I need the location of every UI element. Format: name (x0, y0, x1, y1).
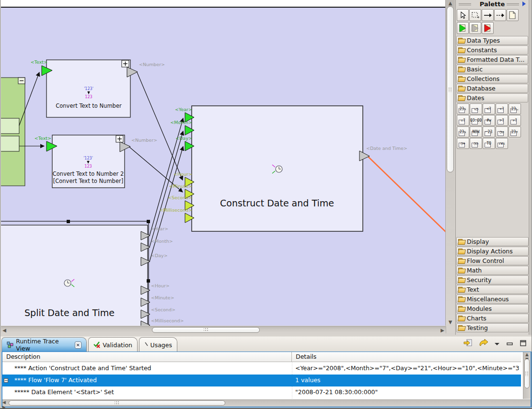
output-port[interactable] (120, 142, 130, 152)
dates-palette-icon[interactable]: ◷+ (457, 138, 469, 149)
tab-validation[interactable]: Validation (88, 337, 138, 352)
minimize-view-button[interactable] (507, 339, 513, 347)
palette-category-flow-control[interactable]: Flow Control (456, 256, 529, 265)
dates-palette-icon[interactable]: NOW (470, 126, 482, 137)
dates-palette-icon[interactable]: ◷◷ (470, 138, 482, 149)
dates-palette-icon[interactable]: 23↓ (457, 103, 469, 114)
palette-category-text[interactable]: Text (456, 285, 529, 294)
dates-palette-icon[interactable]: ↓w↓ (496, 138, 508, 149)
connection-line[interactable] (137, 72, 183, 180)
run-button[interactable] (457, 22, 469, 34)
tab-runtime-trace-view[interactable]: Runtime Trace View ✕ (1, 337, 87, 352)
flow-connection-line[interactable] (368, 157, 445, 234)
palette-category-display-actions[interactable]: Display Actions (456, 247, 529, 256)
dates-palette-icon[interactable]: ⌐23 (483, 126, 495, 137)
block-split-date-and-time[interactable]: <Year> <Month> <Day> <Hour> <Minute> <Se… (1, 220, 184, 326)
collapse-button[interactable] (18, 78, 25, 84)
block-convert-text-to-number[interactable]: <Text> <Number> '123' 123 Convert Text t… (31, 59, 165, 117)
palette-category-testing[interactable]: Testing (456, 323, 529, 332)
connection-tool-button[interactable] (482, 9, 494, 21)
step-button[interactable] (469, 22, 481, 34)
column-resize-handle[interactable] (291, 352, 292, 362)
block-construct-date-and-time[interactable]: <Year> <Month> <Day> <Hour> <Minute> <Se… (159, 106, 407, 231)
data-element-box[interactable] (1, 136, 19, 151)
palette-collapse-icon[interactable] (522, 1, 526, 6)
output-port[interactable] (127, 67, 138, 77)
block-convert-text-to-number-2[interactable]: <Text> <Number> '123' 123 Convert Text t… (35, 135, 157, 188)
expand-button[interactable] (116, 136, 123, 142)
dates-palette-icon[interactable]: 23↓ (457, 126, 469, 137)
table-row-selected[interactable]: − **** Flow 'Flow 7' Activated 1 values (2, 375, 521, 386)
palette-category-dates[interactable]: Dates (456, 93, 528, 102)
palette-category-formatted-data[interactable]: Formatted Data T... (456, 55, 528, 64)
palette-scrollbar[interactable] (529, 0, 532, 335)
palette-category-collections[interactable]: Collections (456, 74, 528, 83)
palette-category-basic[interactable]: Basic (456, 65, 528, 74)
scrollbar-thumb[interactable] (152, 327, 260, 333)
dates-palette-icon[interactable]: «? (496, 103, 508, 114)
canvas-horizontal-scrollbar[interactable]: ◀ ▶ (1, 326, 446, 333)
marquee-tool-button[interactable] (469, 9, 481, 21)
folder-icon (458, 287, 465, 292)
dashed-connection-tool-button[interactable] (494, 9, 506, 21)
canvas-vertical-scrollbar[interactable]: ▲ ▼ (445, 0, 455, 326)
scroll-left-icon[interactable]: ◀ (2, 328, 7, 333)
palette-category-modules[interactable]: Modules (456, 304, 529, 313)
selection-handle[interactable] (67, 220, 70, 223)
data-container-block[interactable] (1, 78, 25, 186)
scroll-up-icon[interactable]: ▲ (446, 1, 455, 6)
tab-usages[interactable]: Usages (139, 337, 177, 352)
dates-palette-icon[interactable]: 03:00 (470, 115, 482, 126)
palette-category-charts[interactable]: Charts (456, 314, 529, 323)
column-header-description[interactable]: Description (6, 353, 40, 360)
dates-palette-icon[interactable]: 23… (509, 103, 521, 114)
dates-palette-icon[interactable]: =? (457, 115, 469, 126)
dates-palette-icon[interactable]: 23↑ (509, 126, 521, 137)
note-tool-button[interactable] (507, 9, 519, 21)
collapse-row-icon[interactable]: − (4, 378, 8, 383)
palette-category-constants[interactable]: Constants (456, 45, 528, 55)
port-label: <Date and Time> (366, 146, 407, 151)
maximize-view-button[interactable] (520, 339, 527, 347)
table-horizontal-scrollbar[interactable]: ◀ ▶ (2, 399, 531, 407)
scrollbar-thumb[interactable] (447, 6, 454, 172)
dates-palette-icon[interactable]: #w (483, 115, 495, 126)
dates-palette-icon[interactable]: ↘◷ (470, 103, 482, 114)
dates-palette-icon[interactable]: »? (509, 115, 521, 126)
palette-category-security[interactable]: Security (456, 275, 529, 284)
pin-to-source-button[interactable] (463, 339, 472, 347)
expand-button[interactable] (122, 60, 129, 67)
palette-category-math[interactable]: Math (456, 266, 529, 275)
palette-category-database[interactable]: Database (456, 84, 528, 93)
table-row[interactable]: **** Action 'Construct Date and Time' St… (2, 363, 521, 375)
scroll-down-icon[interactable]: ▼ (446, 320, 455, 325)
debug-button[interactable] (482, 22, 494, 34)
port-label: <Hour> (173, 171, 192, 177)
scrollbar-thumb[interactable] (524, 359, 530, 388)
view-menu-button[interactable] (494, 339, 500, 347)
flow-editor-canvas[interactable]: <Text> <Number> '123' 123 Convert Text t… (1, 0, 445, 326)
link-with-editor-button[interactable] (479, 339, 487, 347)
scroll-up-icon[interactable]: ▲ (523, 352, 531, 357)
column-header-details[interactable]: Details (296, 353, 316, 360)
select-tool-button[interactable] (457, 9, 469, 21)
dates-palette-icon[interactable]: TO (483, 138, 495, 149)
scrollbar-thumb[interactable] (9, 400, 225, 406)
dates-palette-icon[interactable]: <? (483, 103, 495, 114)
scroll-right-icon[interactable]: ▶ (2, 405, 7, 409)
table-vertical-scrollbar[interactable]: ▲ ▼ (523, 352, 531, 399)
close-tab-icon[interactable]: ✕ (75, 341, 81, 349)
table-row[interactable]: ***** Data Element '<Start>' Set "2008-0… (2, 386, 521, 398)
selection-handle[interactable] (147, 279, 150, 283)
output-port-date-and-time[interactable] (359, 151, 370, 161)
palette-category-data-types[interactable]: Data Types (456, 36, 528, 45)
data-element-box[interactable] (1, 118, 19, 134)
scroll-left-icon[interactable]: ◀ (2, 400, 7, 405)
dates-palette-icon[interactable]: ◷↺ (496, 126, 508, 137)
palette-category-display[interactable]: Display (456, 237, 529, 246)
dates-palette-icon[interactable]: >? (496, 115, 508, 126)
selection-handle[interactable] (147, 220, 150, 223)
palette-category-miscellaneous[interactable]: Miscellaneous (456, 295, 529, 304)
scroll-right-icon[interactable]: ▶ (440, 328, 445, 333)
connection-line[interactable] (150, 147, 183, 261)
